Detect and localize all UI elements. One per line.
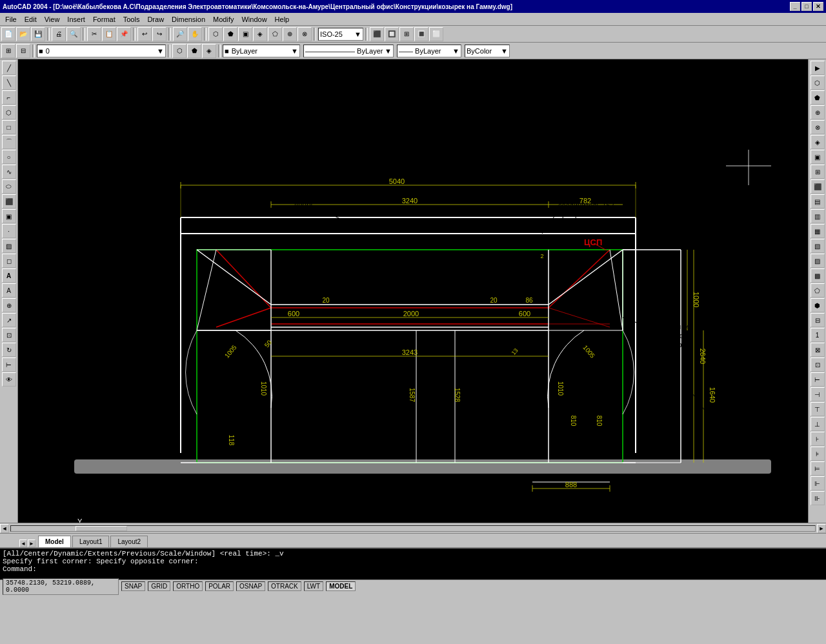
tb-b11[interactable]: 🔳 xyxy=(414,27,428,41)
rt-b4[interactable]: ⊕ xyxy=(811,105,825,119)
rt-b22[interactable]: ⊢ xyxy=(811,372,825,387)
lt-rectangle[interactable]: □ xyxy=(2,120,16,134)
tb-c2[interactable]: ⬟ xyxy=(187,44,201,58)
tab-layout1[interactable]: Layout1 xyxy=(72,536,110,547)
lt-orbit[interactable]: ↻ xyxy=(2,343,16,357)
osnap-btn[interactable]: OSNAP xyxy=(236,581,265,591)
open-btn[interactable]: 📂 xyxy=(16,27,30,41)
lt-draw-line[interactable]: ╱ xyxy=(2,61,16,75)
preview-btn[interactable]: 🔍 xyxy=(66,27,81,41)
tab-scroll-right[interactable]: ► xyxy=(28,539,35,547)
rt-b14[interactable]: ▨ xyxy=(811,254,825,268)
paste-btn[interactable]: 📌 xyxy=(117,27,131,41)
tb-b10[interactable]: ⊞ xyxy=(399,27,414,41)
layer-props-btn[interactable]: ⊟ xyxy=(16,44,30,58)
hscroll-thumb[interactable] xyxy=(76,526,127,531)
otrack-btn[interactable]: OTRACK xyxy=(268,581,301,591)
menu-format[interactable]: Format xyxy=(89,14,119,25)
lt-spline[interactable]: ∿ xyxy=(2,165,16,179)
menu-window[interactable]: Window xyxy=(237,14,270,25)
rt-b28[interactable]: ⊨ xyxy=(811,461,825,476)
polar-btn[interactable]: POLAR xyxy=(205,581,234,591)
cut-btn[interactable]: ✂ xyxy=(87,27,101,41)
tb-b7[interactable]: ⊗ xyxy=(297,27,312,41)
undo-btn[interactable]: ↩ xyxy=(137,27,152,41)
tab-scroll-left[interactable]: ◄ xyxy=(19,539,27,547)
menu-edit[interactable]: Edit xyxy=(21,14,41,25)
tb-b6[interactable]: ⊕ xyxy=(283,27,297,41)
menu-dimension[interactable]: Dimension xyxy=(168,14,209,25)
layer-combo[interactable]: ■ 0 ▼ xyxy=(37,45,166,57)
rt-b27[interactable]: ⊧ xyxy=(811,447,825,461)
tb-b2[interactable]: ⬟ xyxy=(223,27,237,41)
lt-hatch[interactable]: ▨ xyxy=(2,239,16,253)
rt-b17[interactable]: ⬢ xyxy=(811,298,825,312)
tb-b4[interactable]: ◈ xyxy=(253,27,267,41)
rt-b2[interactable]: ⬡ xyxy=(811,75,825,90)
lt-xline[interactable]: ╲ xyxy=(2,75,16,90)
hscroll-left-btn[interactable]: ◄ xyxy=(0,524,9,533)
lt-tolerance[interactable]: ⊕ xyxy=(2,298,16,312)
lt-circle[interactable]: ○ xyxy=(2,150,16,164)
rt-b12[interactable]: ▦ xyxy=(811,224,825,238)
rt-b9[interactable]: ⬛ xyxy=(811,179,825,194)
tab-layout2[interactable]: Layout2 xyxy=(110,536,148,547)
tb-b3[interactable]: ▣ xyxy=(238,27,252,41)
rt-b1[interactable]: ▶ xyxy=(811,61,825,75)
rt-b11[interactable]: ▥ xyxy=(811,209,825,223)
menu-tools[interactable]: Tools xyxy=(119,14,144,25)
print-btn[interactable]: 🖨 xyxy=(52,27,66,41)
copy-btn[interactable]: 📋 xyxy=(102,27,116,41)
rt-b18[interactable]: ⊟ xyxy=(811,313,825,327)
grid-btn[interactable]: GRID xyxy=(148,581,170,591)
rt-b21[interactable]: ⊡ xyxy=(811,357,825,372)
rt-b6[interactable]: ◈ xyxy=(811,135,825,149)
lt-insert[interactable]: ⬛ xyxy=(2,194,16,208)
close-btn[interactable]: ✕ xyxy=(813,2,823,11)
save-btn[interactable]: 💾 xyxy=(31,27,45,41)
rt-b8[interactable]: ⊞ xyxy=(811,165,825,179)
lt-snap[interactable]: ⊡ xyxy=(2,328,16,342)
model-btn[interactable]: MODEL xyxy=(326,581,356,591)
menu-insert[interactable]: Insert xyxy=(63,14,89,25)
tb-b1[interactable]: ⬡ xyxy=(208,27,223,41)
menu-view[interactable]: View xyxy=(41,14,64,25)
lt-region[interactable]: ◻ xyxy=(2,254,16,268)
rt-b5[interactable]: ⊗ xyxy=(811,120,825,134)
lt-point[interactable]: · xyxy=(2,224,16,238)
minimize-btn[interactable]: _ xyxy=(790,2,800,11)
lt-text[interactable]: A xyxy=(2,268,16,283)
menu-draw[interactable]: Draw xyxy=(143,14,168,25)
rt-b3[interactable]: ⬟ xyxy=(811,90,825,105)
lt-view[interactable]: 👁 xyxy=(2,372,16,387)
lwt-btn[interactable]: LWT xyxy=(304,581,323,591)
canvas-area[interactable]: 5040 3240 782 1000 2640 1640 3243 2000 xyxy=(18,59,808,523)
rt-b30[interactable]: ⊪ xyxy=(811,491,825,505)
tab-model[interactable]: Model xyxy=(38,536,71,547)
linetype-combo[interactable]: ——————— ByLayer ▼ xyxy=(303,45,394,57)
lt-mtext[interactable]: A xyxy=(2,283,16,297)
rt-b24[interactable]: ⊤ xyxy=(811,402,825,416)
rt-b13[interactable]: ▧ xyxy=(811,239,825,253)
menu-file[interactable]: File xyxy=(1,14,21,25)
lt-ucs[interactable]: ⊢ xyxy=(2,357,16,372)
tb-b12[interactable]: ⬜ xyxy=(429,27,443,41)
bycolor-combo[interactable]: ByColor ▼ xyxy=(465,45,510,57)
lt-polyline[interactable]: ⌐ xyxy=(2,90,16,105)
menu-modify[interactable]: Modify xyxy=(209,14,237,25)
tb-c1[interactable]: ⬡ xyxy=(172,44,186,58)
tb-b5[interactable]: ⬠ xyxy=(268,27,282,41)
maximize-btn[interactable]: □ xyxy=(801,2,812,11)
lt-lead[interactable]: ↗ xyxy=(2,313,16,327)
tb-c3[interactable]: ◈ xyxy=(202,44,216,58)
lt-ellipse[interactable]: ⬭ xyxy=(2,179,16,194)
zoom-btn[interactable]: 🔎 xyxy=(173,27,187,41)
rt-b26[interactable]: ⊦ xyxy=(811,432,825,446)
lineweight-combo[interactable]: —— ByLayer ▼ xyxy=(397,45,461,57)
color-combo[interactable]: ■ ByLayer ▼ xyxy=(223,45,300,57)
rt-b29[interactable]: ⊩ xyxy=(811,476,825,490)
command-area[interactable]: [All/Center/Dynamic/Extents/Previous/Sca… xyxy=(0,547,826,579)
tb-b8[interactable]: ⬛ xyxy=(370,27,384,41)
redo-btn[interactable]: ↪ xyxy=(152,27,166,41)
snap-btn[interactable]: SNAP xyxy=(121,581,145,591)
